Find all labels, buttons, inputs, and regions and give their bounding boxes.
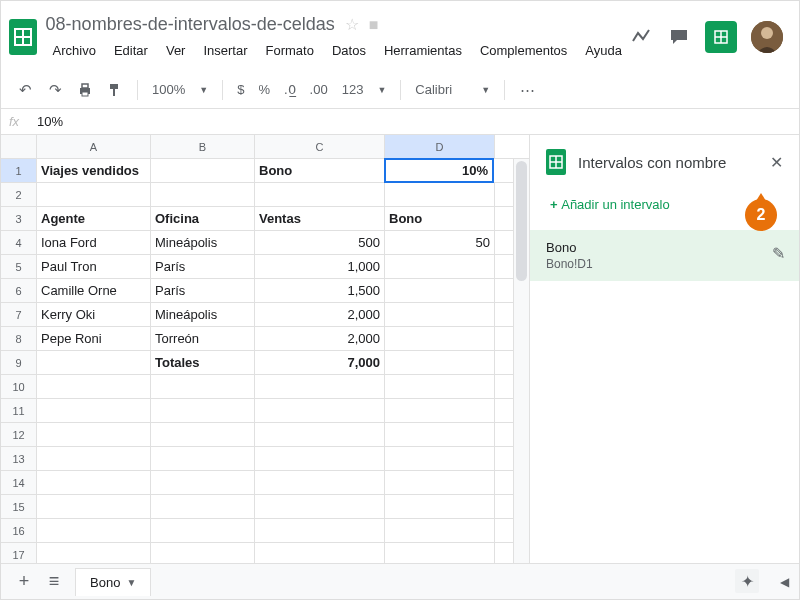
named-range-item[interactable]: Bono Bono!D1 ✎ xyxy=(530,230,799,281)
cell[interactable] xyxy=(385,399,495,422)
cell[interactable]: Paul Tron xyxy=(37,255,151,278)
cell[interactable]: Mineápolis xyxy=(151,231,255,254)
cell[interactable] xyxy=(37,495,151,518)
cell[interactable] xyxy=(151,519,255,542)
row-header[interactable]: 4 xyxy=(1,231,37,254)
cell[interactable]: Bono xyxy=(385,207,495,230)
explore-button[interactable]: ✦ xyxy=(735,569,759,593)
row-header[interactable]: 15 xyxy=(1,495,37,518)
cell[interactable] xyxy=(385,327,495,350)
cell[interactable] xyxy=(385,279,495,302)
share-button[interactable] xyxy=(705,21,737,53)
cell[interactable]: Bono xyxy=(255,159,385,182)
menu-formato[interactable]: Formato xyxy=(259,39,321,62)
increase-decimal-button[interactable]: .00 xyxy=(306,82,332,97)
close-icon[interactable]: ✕ xyxy=(770,153,783,172)
menu-complementos[interactable]: Complementos xyxy=(473,39,574,62)
row-header[interactable]: 8 xyxy=(1,327,37,350)
comment-icon[interactable] xyxy=(667,25,691,49)
percent-button[interactable]: % xyxy=(254,82,274,97)
cell[interactable] xyxy=(385,183,495,206)
cell[interactable]: 1,000 xyxy=(255,255,385,278)
row-header[interactable]: 12 xyxy=(1,423,37,446)
menu-ayuda[interactable]: Ayuda xyxy=(578,39,629,62)
cell[interactable]: 2,000 xyxy=(255,327,385,350)
cell[interactable] xyxy=(151,423,255,446)
cell[interactable] xyxy=(151,399,255,422)
cell[interactable] xyxy=(37,399,151,422)
activity-icon[interactable] xyxy=(629,25,653,49)
folder-icon[interactable]: ■ xyxy=(369,16,379,34)
cell[interactable] xyxy=(385,495,495,518)
spreadsheet-grid[interactable]: A B C D 1Viajes vendidosBono10%23AgenteO… xyxy=(1,135,529,593)
cell[interactable]: París xyxy=(151,279,255,302)
cell[interactable] xyxy=(385,255,495,278)
cell[interactable] xyxy=(37,351,151,374)
col-header-c[interactable]: C xyxy=(255,135,385,158)
menu-herramientas[interactable]: Herramientas xyxy=(377,39,469,62)
cell[interactable] xyxy=(255,399,385,422)
cell[interactable]: Mineápolis xyxy=(151,303,255,326)
col-header-d[interactable]: D xyxy=(385,135,495,158)
col-header-a[interactable]: A xyxy=(37,135,151,158)
cell[interactable]: Camille Orne xyxy=(37,279,151,302)
cell[interactable] xyxy=(385,351,495,374)
star-icon[interactable]: ☆ xyxy=(345,15,359,34)
row-header[interactable]: 7 xyxy=(1,303,37,326)
add-sheet-button[interactable]: + xyxy=(9,567,39,597)
paint-format-button[interactable] xyxy=(103,78,127,102)
cell[interactable]: 50 xyxy=(385,231,495,254)
cell[interactable]: Totales xyxy=(151,351,255,374)
cell[interactable] xyxy=(255,375,385,398)
cell[interactable] xyxy=(385,375,495,398)
cell[interactable]: Kerry Oki xyxy=(37,303,151,326)
cell[interactable]: Oficina xyxy=(151,207,255,230)
avatar[interactable] xyxy=(751,21,783,53)
menu-editar[interactable]: Editar xyxy=(107,39,155,62)
cell[interactable] xyxy=(151,183,255,206)
decrease-decimal-button[interactable]: .0̲ xyxy=(280,82,300,97)
select-all-corner[interactable] xyxy=(1,135,37,158)
cell[interactable] xyxy=(255,495,385,518)
row-header[interactable]: 13 xyxy=(1,447,37,470)
zoom-select[interactable]: 100% xyxy=(148,82,189,97)
cell[interactable]: Torreón xyxy=(151,327,255,350)
cell[interactable] xyxy=(37,471,151,494)
row-header[interactable]: 1 xyxy=(1,159,37,182)
cell[interactable]: 500 xyxy=(255,231,385,254)
formula-value[interactable]: 10% xyxy=(37,114,63,129)
cell[interactable] xyxy=(255,447,385,470)
formula-bar[interactable]: fx 10% xyxy=(1,109,799,135)
menu-insertar[interactable]: Insertar xyxy=(196,39,254,62)
cell[interactable] xyxy=(151,495,255,518)
all-sheets-button[interactable]: ≡ xyxy=(39,567,69,597)
cell[interactable]: 1,500 xyxy=(255,279,385,302)
sheet-tab-bono[interactable]: Bono ▼ xyxy=(75,568,151,596)
vertical-scrollbar[interactable]: ▼ xyxy=(513,159,529,575)
row-header[interactable]: 14 xyxy=(1,471,37,494)
row-header[interactable]: 11 xyxy=(1,399,37,422)
cell[interactable]: Iona Ford xyxy=(37,231,151,254)
cell[interactable]: 7,000 xyxy=(255,351,385,374)
cell[interactable]: Pepe Roni xyxy=(37,327,151,350)
cell[interactable] xyxy=(37,519,151,542)
menu-datos[interactable]: Datos xyxy=(325,39,373,62)
cell[interactable] xyxy=(255,423,385,446)
cell[interactable] xyxy=(37,447,151,470)
row-header[interactable]: 6 xyxy=(1,279,37,302)
cell[interactable] xyxy=(385,471,495,494)
row-header[interactable]: 3 xyxy=(1,207,37,230)
row-header[interactable]: 10 xyxy=(1,375,37,398)
cell[interactable] xyxy=(37,183,151,206)
cell[interactable] xyxy=(255,471,385,494)
cell[interactable]: Ventas xyxy=(255,207,385,230)
cell[interactable] xyxy=(151,471,255,494)
print-button[interactable] xyxy=(73,78,97,102)
cell[interactable] xyxy=(151,375,255,398)
cell[interactable] xyxy=(385,519,495,542)
row-header[interactable]: 2 xyxy=(1,183,37,206)
more-toolbar-button[interactable]: ⋯ xyxy=(515,78,539,102)
cell[interactable]: 2,000 xyxy=(255,303,385,326)
chevron-down-icon[interactable]: ▼ xyxy=(126,577,136,588)
cell[interactable] xyxy=(151,159,255,182)
